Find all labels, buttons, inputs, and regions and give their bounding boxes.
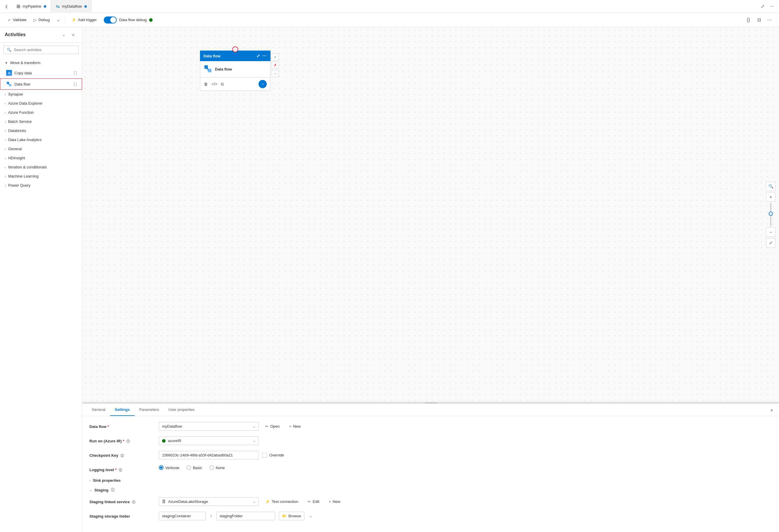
node-code-icon[interactable]: </> <box>212 82 217 87</box>
tab-parameters[interactable]: Parameters <box>135 404 164 416</box>
code-view-icon[interactable]: {} <box>744 15 753 25</box>
debug-dropdown-btn[interactable]: ⌄ <box>54 16 63 24</box>
table-view-icon[interactable]: ⊟ <box>754 15 764 25</box>
staging-folder-control: / 📁 Browse ⌄ <box>159 512 772 520</box>
data-flow-debug-toggle[interactable] <box>104 16 117 23</box>
checkpoint-key-input[interactable] <box>159 451 259 459</box>
category-synapse[interactable]: › Synapse <box>0 90 82 99</box>
svg-rect-3 <box>208 69 212 72</box>
checkpoint-info-icon[interactable]: ⓘ <box>121 454 124 457</box>
zoom-track[interactable] <box>770 203 771 226</box>
category-databricks[interactable]: › Databricks <box>0 126 82 135</box>
required-asterisk: * <box>107 424 109 429</box>
node-complete-btn[interactable]: → <box>272 70 279 77</box>
override-checkbox[interactable] <box>262 453 267 458</box>
staging-info-icon[interactable]: ⓘ <box>111 487 115 492</box>
activity-data-flow[interactable]: Data flow <box>0 78 82 90</box>
sidebar-expand-btn[interactable]: ⟪ <box>2 2 11 11</box>
test-connection-button[interactable]: ⚡ Test connection <box>262 497 301 506</box>
canvas-workspace[interactable]: Data flow ⤢ ⋯ Data flow <box>82 27 779 402</box>
node-next-arrow[interactable]: → <box>258 80 267 88</box>
add-trigger-button[interactable]: ⚡ Add trigger <box>68 16 100 24</box>
node-external-link-icon[interactable]: ⤢ <box>256 53 260 59</box>
activity-node-data-flow[interactable]: Data flow ⤢ ⋯ Data flow <box>200 51 271 91</box>
category-move-transform-label: Move & transform <box>10 61 41 65</box>
resize-indicator <box>425 402 437 403</box>
activity-copy-data[interactable]: ⊞ Copy data <box>0 67 82 78</box>
node-body: Data flow <box>200 61 271 78</box>
radio-verbose[interactable]: Verbose <box>159 465 179 470</box>
tab-dataflow-label: myDataflow <box>62 4 82 8</box>
node-success-btn[interactable]: ✓ <box>272 54 279 61</box>
staging-linked-service-select[interactable]: 🗄 AzureDataLakeStorage ⌄ <box>159 497 259 506</box>
edit-linked-service-button[interactable]: ✏ Edit <box>305 497 322 506</box>
category-synapse-label: Synapse <box>8 92 23 96</box>
tab-pipeline[interactable]: ⊞ myPipeline <box>12 0 51 13</box>
select-chevron-icon: ⌄ <box>253 439 255 443</box>
run-on-info-icon[interactable]: ⓘ <box>126 440 130 443</box>
logging-radio-group: Verbose Basic None <box>159 465 225 470</box>
category-general[interactable]: › General <box>0 144 82 153</box>
search-input[interactable] <box>14 48 75 52</box>
logging-info-icon[interactable]: ⓘ <box>119 468 122 472</box>
panel-collapse-btn[interactable]: ∧ <box>769 406 774 413</box>
folder-expand-btn[interactable]: ⌄ <box>308 512 313 520</box>
zoom-in-btn[interactable]: + <box>766 192 775 202</box>
fit-view-btn[interactable]: ⤢ <box>766 238 775 248</box>
debug-button[interactable]: ▷ Debug <box>31 16 53 24</box>
debug-label: Debug <box>39 18 50 22</box>
storage-icon: 🗄 <box>162 500 166 504</box>
svg-rect-2 <box>204 65 208 69</box>
browse-button[interactable]: 📁 Browse <box>279 512 304 520</box>
radio-basic[interactable]: Basic <box>186 465 202 470</box>
data-flow-select[interactable]: myDataflow ⌄ <box>159 422 259 430</box>
canvas-search-btn[interactable]: 🔍 <box>766 182 775 191</box>
category-azure-function-label: Azure Function <box>8 110 34 115</box>
category-power-query[interactable]: › Power Query <box>0 181 82 190</box>
category-azure-data-explorer[interactable]: › Azure Data Explorer <box>0 99 82 108</box>
staging-ls-info-icon[interactable]: ⓘ <box>132 500 135 504</box>
tab-general[interactable]: General <box>87 404 110 416</box>
node-copy-icon[interactable]: ⧉ <box>221 82 224 87</box>
tab-dataflow[interactable]: ⇆ myDataflow <box>51 0 92 13</box>
tab-settings[interactable]: Settings <box>110 404 134 416</box>
category-batch-service[interactable]: › Batch Service <box>0 117 82 126</box>
node-delete-icon[interactable]: 🗑 <box>204 82 208 87</box>
svg-rect-0 <box>7 82 9 84</box>
validate-button[interactable]: ✓ Validate <box>5 16 29 24</box>
new-dataflow-button[interactable]: + New <box>286 422 304 430</box>
radio-circle-verbose <box>159 465 164 470</box>
data-flow-label: Data flow * <box>89 422 154 429</box>
more-options-icon[interactable]: ⋯ <box>767 2 777 11</box>
radio-none[interactable]: None <box>209 465 225 470</box>
category-hdinsight[interactable]: › HDInsight <box>0 153 82 162</box>
node-more-icon[interactable]: ⋯ <box>262 53 267 59</box>
sink-properties-header[interactable]: › Sink properties <box>89 478 772 483</box>
tab-user-properties[interactable]: User properties <box>164 404 199 416</box>
run-on-select[interactable]: azureIR ⌄ <box>159 437 259 445</box>
staging-folder-input[interactable] <box>217 512 275 520</box>
collapse-icon[interactable]: ⌄ <box>60 30 68 39</box>
new-linked-service-button[interactable]: + New <box>326 497 344 506</box>
zoom-thumb[interactable] <box>769 212 773 216</box>
category-azure-function[interactable]: › Azure Function <box>0 108 82 117</box>
category-machine-learning[interactable]: › Machine Learning <box>0 172 82 181</box>
node-fail-btn[interactable]: ✗ <box>272 62 279 69</box>
zoom-out-btn[interactable]: − <box>766 227 775 237</box>
staging-container-input[interactable] <box>159 512 206 520</box>
edit-icon[interactable]: ⤢ <box>758 2 767 11</box>
chevron-right-icon: › <box>5 129 6 133</box>
staging-folder-label: Staging storage folder <box>89 512 154 519</box>
canvas-area: Data flow ⤢ ⋯ Data flow <box>82 27 779 532</box>
category-move-transform[interactable]: ▼ Move & transform <box>0 58 82 67</box>
staging-header[interactable]: ⌄ Staging ⓘ <box>89 487 772 492</box>
staging-linked-service-label: Staging linked service ⓘ <box>89 497 154 505</box>
sidebar-close-icon[interactable]: « <box>69 30 77 39</box>
debug-toggle-area: Data flow debug <box>104 16 153 23</box>
category-data-lake-analytics[interactable]: › Data Lake Analytics <box>0 135 82 144</box>
toolbar-more-icon[interactable]: ⋯ <box>765 15 774 25</box>
category-iteration-conditionals[interactable]: › Iteration & conditionals <box>0 162 82 172</box>
radio-basic-label: Basic <box>193 466 202 470</box>
open-dataflow-button[interactable]: ✏ Open <box>262 422 283 430</box>
staging-linked-service-row: Staging linked service ⓘ 🗄 AzureDataLake… <box>89 497 772 506</box>
